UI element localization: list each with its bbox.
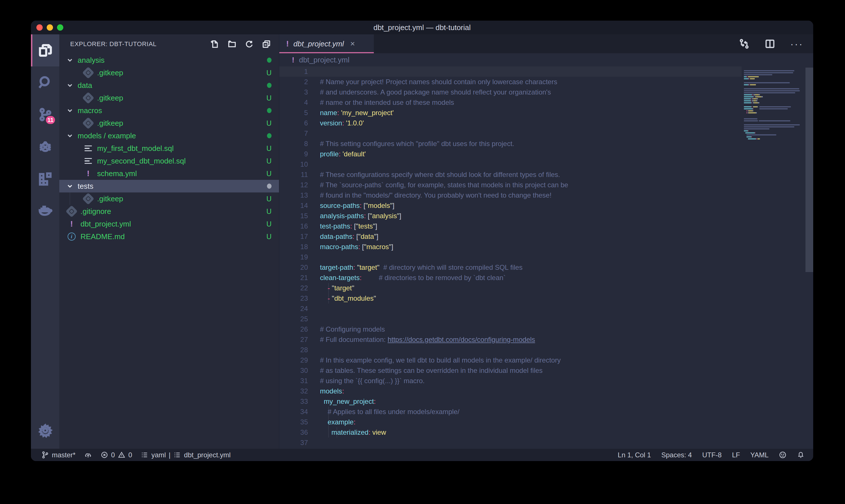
explorer-title: EXPLORER: DBT-TUTORIAL — [70, 40, 210, 48]
close-window-button[interactable] — [36, 24, 43, 31]
tree-item-label: .gitignore — [80, 207, 266, 216]
tab-close-icon[interactable]: × — [350, 39, 355, 48]
tree-item-models-example[interactable]: models / example — [59, 129, 279, 142]
code-line-15: 15analysis-paths: ["analysis"] — [279, 211, 742, 221]
line-number: 2 — [279, 77, 308, 87]
bell-icon — [797, 451, 805, 459]
problems-status[interactable]: 0 0 — [101, 451, 132, 459]
tab-bar: ! dbt_project.yml × ··· — [279, 34, 813, 53]
language-mode-status[interactable]: YAML — [750, 451, 769, 459]
new-file-icon[interactable] — [210, 39, 219, 49]
git-changes-dot-badge — [267, 83, 272, 88]
line-number: 23 — [279, 293, 308, 304]
tree-item-macros[interactable]: macros — [59, 104, 279, 117]
activity-item-docker[interactable] — [31, 195, 59, 227]
code-line-20: 20target-path: "target" # directory whic… — [279, 262, 742, 273]
list-icon — [141, 451, 148, 459]
tab-dbt-project-yml[interactable]: ! dbt_project.yml × — [279, 34, 374, 53]
activity-item-search[interactable] — [31, 67, 59, 98]
breadcrumb[interactable]: ! dbt_project.yml — [279, 53, 813, 67]
tree-item-my-first-dbt-model-sql[interactable]: my_first_dbt_model.sqlU — [59, 142, 279, 155]
line-number: 13 — [279, 190, 308, 200]
activity-item-settings-gear[interactable] — [31, 414, 59, 447]
activity-item-extensions[interactable] — [31, 163, 59, 195]
split-editor-icon[interactable] — [765, 38, 775, 49]
tree-item-my-second-dbt-model-sql[interactable]: my_second_dbt_model.sqlU — [59, 155, 279, 167]
encoding-status[interactable]: UTF-8 — [702, 451, 721, 459]
activity-item-explorer[interactable] — [31, 34, 59, 67]
tree-item-label: my_first_dbt_model.sql — [97, 144, 266, 153]
indentation-status[interactable]: Spaces: 4 — [661, 451, 692, 459]
line-number: 17 — [279, 231, 308, 242]
vertical-scrollbar[interactable] — [806, 68, 813, 272]
tree-item--gitkeep[interactable]: .gitkeepU — [59, 117, 279, 129]
code-line-21: 21clean-targets: # directories to be rem… — [279, 273, 742, 283]
tree-item--gitkeep[interactable]: .gitkeepU — [59, 193, 279, 205]
collapse-all-icon[interactable] — [262, 39, 271, 49]
tree-item-label: schema.yml — [97, 169, 266, 178]
tree-item-label: .gitkeep — [97, 195, 266, 203]
activity-item-source-control[interactable]: 11 — [31, 98, 59, 130]
explorer-header: EXPLORER: DBT-TUTORIAL — [59, 34, 279, 54]
code-line-29: 29# In this example config, we tell dbt … — [279, 355, 742, 365]
tree-item--gitkeep[interactable]: .gitkeepU — [59, 92, 279, 104]
activity-item-debug[interactable] — [31, 130, 59, 163]
feedback-button[interactable] — [779, 451, 787, 459]
tree-item-readme-md[interactable]: iREADME.mdU — [59, 230, 279, 243]
minimize-window-button[interactable] — [47, 24, 53, 31]
line-number: 37 — [279, 437, 308, 448]
tree-item--gitignore[interactable]: .gitignoreU — [59, 205, 279, 218]
yaml-schema-status[interactable]: yaml | dbt_project.yml — [141, 451, 231, 459]
line-number: 12 — [279, 180, 308, 190]
tree-item-label: .gitkeep — [97, 119, 266, 128]
more-actions-icon[interactable]: ··· — [790, 38, 804, 50]
yaml-warning-icon: ! — [70, 219, 73, 229]
code-line-19: 19 — [279, 252, 742, 262]
code-line-18: 18macro-paths: ["macros"] — [279, 242, 742, 252]
editor-actions: ··· — [739, 34, 804, 53]
line-number: 22 — [279, 283, 308, 293]
traffic-lights — [36, 24, 63, 31]
tree-item-label: my_second_dbt_model.sql — [97, 157, 266, 165]
tree-item-data[interactable]: data — [59, 79, 279, 92]
cursor-position-status[interactable]: Ln 1, Col 1 — [618, 451, 651, 459]
tree-item-analysis[interactable]: analysis — [59, 54, 279, 67]
open-changes-icon[interactable] — [739, 38, 750, 49]
branch-label: master* — [52, 451, 76, 459]
line-number: 18 — [279, 242, 308, 252]
editor-group: ! dbt_project.yml × ··· — [279, 34, 813, 449]
new-folder-icon[interactable] — [228, 39, 237, 49]
tree-item-dbt-project-yml[interactable]: !dbt_project.ymlU — [59, 218, 279, 230]
line-number: 10 — [279, 159, 308, 169]
publish-changes-button[interactable] — [84, 451, 92, 459]
code-line-11: 11# These configurations specify where d… — [279, 169, 742, 180]
code-line-35: 35 example: — [279, 417, 742, 427]
zoom-window-button[interactable] — [57, 24, 63, 31]
code-editor[interactable]: 12# Name your project! Project names sho… — [279, 67, 813, 449]
git-branch-status[interactable]: master* — [41, 451, 76, 459]
tree-item-schema-yml[interactable]: !schema.ymlU — [59, 167, 279, 180]
code-line-36: 36 materialized: view — [279, 427, 742, 437]
eol-status[interactable]: LF — [732, 451, 740, 459]
chevron-down-icon — [66, 107, 74, 114]
refresh-icon[interactable] — [245, 39, 254, 49]
sql-file-icon — [85, 158, 92, 164]
line-number: 7 — [279, 128, 308, 139]
tree-item--gitkeep[interactable]: .gitkeepU — [59, 67, 279, 79]
notifications-button[interactable] — [797, 451, 805, 459]
git-file-icon — [82, 67, 94, 79]
git-untracked-badge: U — [266, 233, 272, 241]
tree-item-tests[interactable]: tests — [59, 180, 279, 193]
code-line-1: 1 — [279, 67, 742, 77]
git-untracked-badge: U — [266, 119, 272, 127]
git-file-icon — [82, 117, 94, 129]
code-line-2: 2# Name your project! Project names shou… — [279, 77, 742, 87]
code-line-27: 27# Full documentation: https://docs.get… — [279, 335, 742, 345]
tree-item-label: .gitkeep — [97, 94, 266, 103]
tab-label: dbt_project.yml — [293, 39, 344, 48]
line-number: 28 — [279, 345, 308, 355]
line-number: 34 — [279, 407, 308, 417]
code-line-31: 31# using the `{{ config(...) }}` macro. — [279, 376, 742, 386]
line-number: 33 — [279, 396, 308, 407]
code-line-5: 5name: 'my_new_project' — [279, 108, 742, 118]
